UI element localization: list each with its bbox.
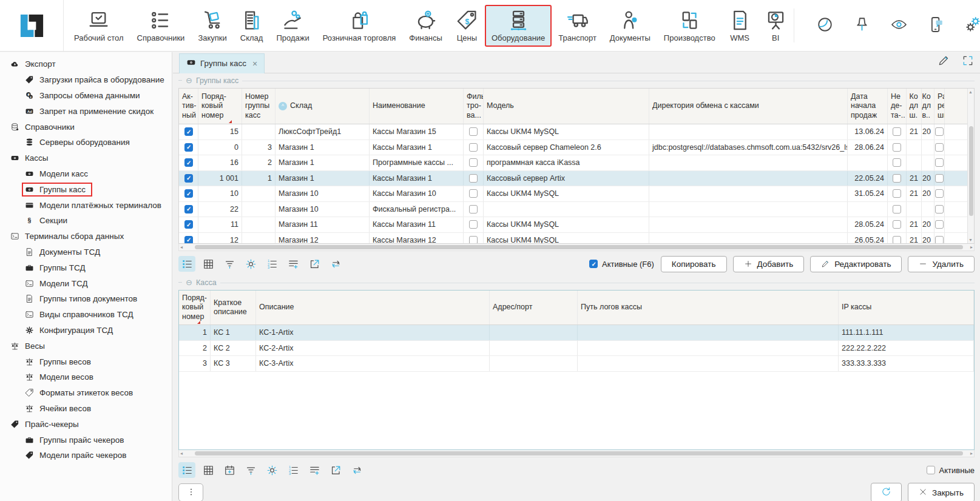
vertical-scrollbar[interactable]: ▲ ▼ bbox=[967, 89, 974, 243]
checkbox-unchecked[interactable] bbox=[935, 158, 944, 167]
nav-item-oborudovanie[interactable]: Оборудование bbox=[485, 5, 552, 47]
sidebar-item-yacheiki-vesov[interactable]: Ячейки весов bbox=[0, 401, 172, 417]
copy-button[interactable]: Копировать bbox=[661, 256, 727, 272]
scrollbar-thumb[interactable] bbox=[195, 451, 963, 456]
settings-gears-icon[interactable] bbox=[964, 16, 980, 35]
checkbox-unchecked[interactable] bbox=[469, 158, 478, 167]
column-header-kov[interactable]: Ко дл в.. bbox=[922, 89, 934, 124]
column-header-model[interactable]: Модель bbox=[484, 89, 649, 124]
close-button[interactable]: Закрыть bbox=[908, 483, 975, 501]
column-header-name[interactable]: Наименование bbox=[370, 89, 464, 124]
column-header-short[interactable]: Краткое описание bbox=[211, 291, 256, 324]
table-row[interactable]: 12Магазин 12Кассы Магазин 12Кассы UKM4 M… bbox=[179, 233, 974, 244]
sidebar-item-konfiguratsiya-tsd[interactable]: Конфигурация ТСД bbox=[0, 323, 172, 338]
reload-icon-button[interactable] bbox=[327, 256, 344, 272]
sidebar-item-vidy-spravochnikov-tsd[interactable]: Виды справочников ТСД bbox=[0, 307, 172, 323]
sidebar-item-modeli-kass[interactable]: Модели касс bbox=[0, 166, 172, 182]
checkbox-unchecked[interactable] bbox=[935, 127, 944, 136]
checkbox-unchecked[interactable] bbox=[469, 220, 478, 229]
sidebar-item-modeli-platezhnyh-terminalov[interactable]: Модели платёжных терминалов bbox=[0, 197, 172, 213]
checkbox-unchecked[interactable] bbox=[893, 220, 901, 229]
column-header-sklad[interactable]: ^Склад bbox=[275, 89, 370, 124]
checkbox-checked[interactable] bbox=[184, 127, 193, 136]
expand-icon[interactable] bbox=[962, 55, 974, 69]
settings-icon-button[interactable] bbox=[242, 256, 259, 272]
checkbox-unchecked[interactable] bbox=[935, 174, 944, 183]
table-row[interactable]: 10Магазин 10Кассы Магазин 10Кассы UKM4 M… bbox=[179, 186, 974, 202]
list-view-icon-button[interactable] bbox=[178, 256, 195, 272]
nav-item-tseny[interactable]: $Цены bbox=[449, 5, 485, 47]
checkbox-checked[interactable] bbox=[184, 236, 193, 244]
more-actions-button[interactable] bbox=[178, 483, 203, 501]
reload-icon-button[interactable] bbox=[348, 462, 365, 478]
pin-icon[interactable] bbox=[853, 16, 871, 35]
column-header-addr[interactable]: Адрес/порт bbox=[490, 291, 578, 324]
phone-chat-icon[interactable] bbox=[927, 16, 945, 35]
sidebar-item-servery-oborudovaniya[interactable]: Серверы оборудования bbox=[0, 135, 172, 150]
grid-view-icon-button[interactable] bbox=[200, 256, 217, 272]
nav-item-zakupki[interactable]: Закупки bbox=[191, 5, 233, 47]
checkbox[interactable] bbox=[927, 466, 935, 474]
active-checkbox[interactable]: Активные bbox=[927, 466, 975, 475]
sidebar-item-gruppy-vesov[interactable]: Группы весов bbox=[0, 354, 172, 369]
sidebar-item-gruppy-tipov-dokumentov[interactable]: Группы типов документов bbox=[0, 291, 172, 307]
table-row[interactable]: 15ЛюксСофтТрейд1Кассы Магазин 15Кассы UK… bbox=[179, 124, 974, 140]
settings-icon-button[interactable] bbox=[263, 462, 280, 478]
checkbox-unchecked[interactable] bbox=[935, 143, 944, 152]
table-row[interactable]: 22Магазин 10Фискальный регистра... bbox=[179, 202, 974, 218]
collapse-icon[interactable]: ⊖ bbox=[186, 278, 192, 286]
pie-chart-icon[interactable] bbox=[816, 16, 834, 35]
checkbox-unchecked[interactable] bbox=[893, 236, 901, 244]
pencil-icon[interactable] bbox=[938, 55, 950, 69]
collapse-icon[interactable]: ⊖ bbox=[186, 76, 192, 84]
checkbox-unchecked[interactable] bbox=[893, 174, 901, 183]
numbered-list-icon-button[interactable]: 123 bbox=[263, 256, 280, 272]
sidebar-item-sektsii[interactable]: §Секции bbox=[0, 213, 172, 229]
scrollbar-thumb[interactable] bbox=[969, 126, 973, 216]
nav-item-sklad[interactable]: Склад bbox=[234, 5, 270, 47]
eye-icon[interactable] bbox=[890, 16, 908, 35]
checkbox-unchecked[interactable] bbox=[469, 143, 478, 152]
table-row[interactable]: 11Магазин 11Кассы Магазин 11Кассы UKM4 M… bbox=[179, 217, 974, 233]
checkbox-checked[interactable] bbox=[184, 158, 193, 167]
table-row[interactable]: 162Магазин 1Программные кассы ...програм… bbox=[179, 155, 974, 171]
column-header-desc[interactable]: Описание bbox=[256, 291, 490, 324]
checkbox-unchecked[interactable] bbox=[893, 158, 901, 167]
checkbox-checked[interactable] bbox=[184, 189, 193, 198]
sidebar-item-prays-chekery[interactable]: Прайс-чекеры bbox=[0, 416, 172, 432]
sidebar-item-eksport[interactable]: Экспорт bbox=[0, 56, 172, 72]
table-row[interactable]: 1КС 1КС-1-Artix111.11.1.111 bbox=[179, 325, 974, 341]
checkbox-unchecked[interactable] bbox=[935, 236, 944, 244]
checkbox-unchecked[interactable] bbox=[893, 189, 901, 198]
open-external-icon-button[interactable] bbox=[306, 256, 323, 272]
nav-item-prodazhi[interactable]: Продажи bbox=[269, 5, 316, 47]
column-header-dir[interactable]: Директория обмена с кассами bbox=[649, 89, 848, 124]
checkbox-unchecked[interactable] bbox=[893, 127, 901, 136]
checkbox-checked[interactable] bbox=[184, 205, 193, 214]
filter-icon-button[interactable] bbox=[221, 256, 238, 272]
checkbox-unchecked[interactable] bbox=[469, 189, 478, 198]
sidebar-item-gruppy-prays-chekerov[interactable]: Группы прайс чекеров bbox=[0, 432, 172, 448]
column-header-kosh[interactable]: Ко дл ш. bbox=[907, 89, 922, 124]
checkbox-checked[interactable] bbox=[184, 220, 193, 229]
checkbox[interactable] bbox=[589, 260, 598, 268]
checkbox-unchecked[interactable] bbox=[469, 205, 478, 214]
checkbox-checked[interactable] bbox=[184, 174, 193, 183]
checkbox-unchecked[interactable] bbox=[469, 127, 478, 136]
add-row-icon-button[interactable] bbox=[285, 256, 302, 272]
sidebar-item-vesy[interactable]: Весы bbox=[0, 338, 172, 354]
column-header-group[interactable]: Номер группы касс bbox=[242, 89, 275, 124]
column-header-order[interactable]: Поряд-ковый номер bbox=[179, 291, 211, 324]
nav-item-finansy[interactable]: Финансы bbox=[402, 5, 449, 47]
sidebar-item-zagruzki-praisa[interactable]: Загрузки прайса в оборудование bbox=[0, 72, 172, 88]
sidebar-item-modeli-prays-chekerov[interactable]: Модели прайс чекеров bbox=[0, 448, 172, 463]
column-header-active[interactable]: Ак-тив-ный bbox=[179, 89, 198, 124]
add-row-icon-button[interactable] bbox=[306, 462, 323, 478]
column-header-order[interactable]: Поряд-ковый номер bbox=[198, 89, 242, 124]
column-header-ne[interactable]: Не де-та-.. bbox=[888, 89, 907, 124]
nav-item-rabochiy-stol[interactable]: Рабочий стол bbox=[67, 5, 130, 47]
table-row[interactable]: 03Магазин 1Кассы Магазин 1Кассовый серве… bbox=[179, 140, 974, 156]
sidebar-item-zaprosy-obmena[interactable]: ₴$Запросы обмена данными bbox=[0, 88, 172, 104]
app-logo[interactable] bbox=[0, 0, 64, 51]
table-row[interactable]: 1 0011Магазин 1Кассы Магазин 1Кассовый с… bbox=[179, 171, 974, 187]
